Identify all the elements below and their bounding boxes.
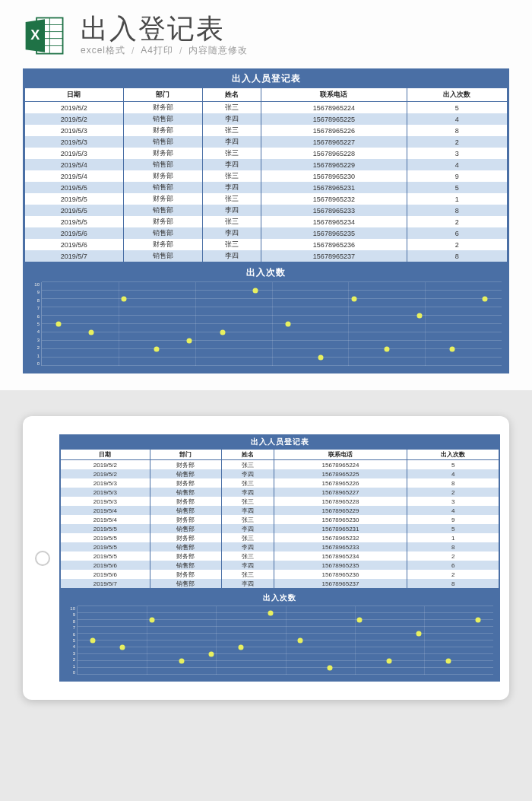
cell: 2019/5/2	[25, 113, 124, 125]
cell: 张三	[222, 497, 274, 506]
chart-plot	[41, 282, 502, 366]
cell: 李四	[203, 136, 261, 148]
cell: 张三	[222, 478, 274, 488]
table-row: 2019/5/4销售部李四156789652294	[61, 506, 499, 515]
data-point	[446, 659, 451, 664]
table-row: 2019/5/3财务部张三156789652283	[61, 497, 499, 506]
subtitle: excel格式 / A4打印 / 内容随意修改	[81, 44, 509, 57]
cell: 9	[407, 170, 508, 182]
table-row: 2019/5/5销售部李四156789652315	[25, 182, 508, 193]
data-point	[220, 330, 225, 335]
y-tick: 4	[30, 329, 40, 334]
cell: 李四	[222, 579, 274, 588]
cell: 财务部	[150, 497, 221, 506]
table-row: 2019/5/6销售部李四156789652356	[25, 227, 508, 239]
table-row: 2019/5/4销售部李四156789652294	[25, 159, 508, 170]
cell: 15678965224	[261, 102, 407, 114]
cell: 张三	[203, 148, 261, 159]
cell: 15678965224	[274, 460, 407, 470]
cell: 2019/5/5	[61, 542, 150, 551]
y-tick: 2	[66, 657, 75, 662]
cell: 李四	[203, 227, 261, 239]
table-row: 2019/5/7销售部李四156789652378	[25, 250, 508, 262]
chart-area: 012345678910	[30, 282, 502, 366]
cell: 2019/5/6	[25, 227, 124, 239]
cell: 李四	[222, 542, 274, 551]
cell: 2019/5/7	[25, 250, 124, 262]
template-header: X 出入登记表 excel格式 / A4打印 / 内容随意修改	[0, 0, 532, 62]
table-row: 2019/5/5销售部李四156789652315	[61, 524, 499, 533]
table-title: 出入人员登记表	[60, 435, 499, 449]
y-tick: 1	[66, 664, 75, 669]
tablet-device: 出入人员登记表 日期部门姓名联系电话出入次数 2019/5/2财务部张三1567…	[23, 416, 509, 700]
cell: 张三	[222, 515, 274, 524]
table-row: 2019/5/2财务部张三156789652245	[61, 460, 499, 470]
cell: 2	[407, 570, 499, 579]
cell: 销售部	[123, 113, 203, 125]
col-header: 联系电话	[261, 88, 407, 102]
cell: 15678965228	[274, 497, 407, 506]
cell: 2019/5/2	[25, 102, 124, 114]
data-point	[416, 313, 422, 319]
cell: 张三	[203, 216, 261, 227]
cell: 2019/5/5	[25, 182, 124, 193]
table-header-row: 日期部门姓名联系电话出入次数	[61, 450, 499, 460]
data-point	[119, 645, 125, 650]
cell: 销售部	[150, 488, 221, 497]
cell: 财务部	[123, 125, 203, 136]
table-row: 2019/5/5财务部张三156789652342	[25, 216, 508, 227]
cell: 8	[407, 542, 499, 551]
table-row: 2019/5/6财务部张三156789652362	[25, 239, 508, 250]
cell: 2019/5/5	[25, 193, 124, 205]
cell: 3	[407, 148, 508, 159]
cell: 财务部	[123, 170, 203, 182]
data-point	[154, 347, 160, 352]
cell: 15678965232	[274, 533, 407, 542]
cell: 2	[407, 551, 499, 561]
table-row: 2019/5/3销售部李四156789652272	[25, 136, 508, 148]
cell: 销售部	[123, 159, 203, 170]
cell: 张三	[222, 570, 274, 579]
cell: 4	[407, 469, 499, 478]
cell: 2	[407, 488, 499, 497]
cell: 15678965230	[274, 515, 407, 524]
data-point	[357, 618, 363, 623]
y-tick: 10	[30, 282, 40, 287]
col-header: 姓名	[222, 450, 274, 460]
data-point	[286, 322, 291, 327]
data-point	[476, 618, 481, 623]
table-row: 2019/5/6销售部李四156789652356	[61, 561, 499, 570]
cell: 1	[407, 533, 499, 542]
cell: 张三	[203, 125, 261, 136]
col-header: 出入次数	[407, 88, 508, 102]
gridline-vertical	[272, 282, 273, 366]
table-row: 2019/5/2财务部张三156789652245	[25, 102, 508, 114]
cell: 财务部	[123, 193, 203, 205]
table-row: 2019/5/5财务部张三156789652321	[61, 533, 499, 542]
data-point	[483, 297, 488, 302]
y-tick: 0	[30, 361, 40, 366]
cell: 15678965229	[261, 159, 407, 170]
table-row: 2019/5/7销售部李四156789652378	[61, 579, 499, 588]
y-tick: 8	[66, 619, 75, 624]
cell: 财务部	[123, 148, 203, 159]
data-point	[90, 638, 95, 644]
cell: 2019/5/4	[25, 170, 124, 182]
cell: 15678965234	[261, 216, 407, 227]
cell: 15678965236	[274, 570, 407, 579]
cell: 15678965226	[261, 125, 407, 136]
cell: 8	[407, 205, 508, 216]
data-point	[351, 297, 356, 302]
chart-y-axis: 012345678910	[30, 282, 41, 366]
cell: 2019/5/3	[61, 488, 150, 497]
cell: 张三	[203, 170, 261, 182]
gridline-vertical	[425, 282, 426, 366]
table-row: 2019/5/3销售部李四156789652272	[61, 488, 499, 497]
sheet-preview-top: 出入人员登记表 日期部门姓名联系电话出入次数 2019/5/2财务部张三1567…	[0, 62, 532, 390]
data-point	[122, 297, 127, 302]
cell: 6	[407, 561, 499, 570]
cell: 2019/5/3	[61, 497, 150, 506]
table-row: 2019/5/4财务部张三156789652309	[25, 170, 508, 182]
cell: 2	[407, 216, 508, 227]
table-body: 2019/5/2财务部张三1567896522452019/5/2销售部李四15…	[25, 102, 508, 262]
